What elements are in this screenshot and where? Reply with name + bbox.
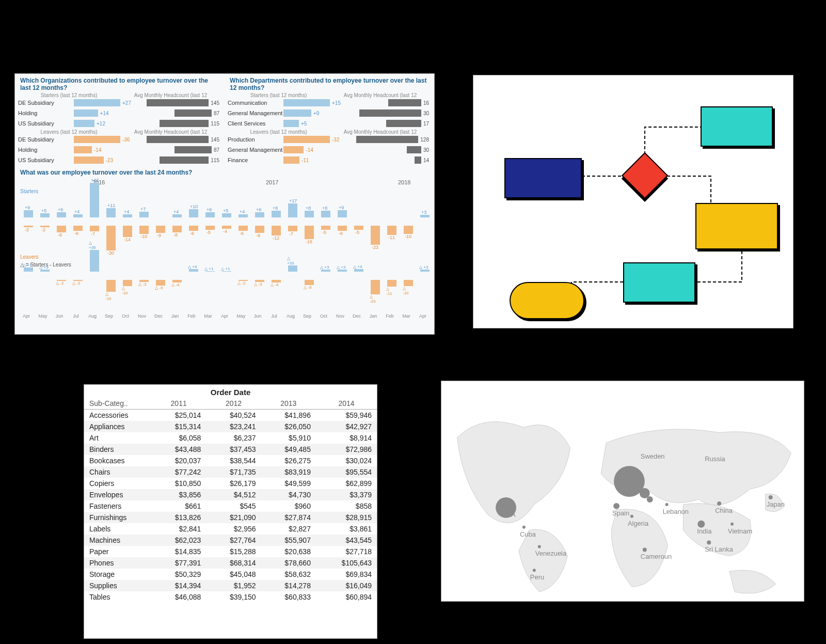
row-name: Storage	[84, 569, 151, 580]
map-dot	[665, 503, 669, 506]
value-label: -32	[332, 137, 339, 143]
map-dot	[643, 547, 647, 552]
map-label: Venezuela	[535, 549, 567, 557]
row-name: General Management	[228, 110, 283, 116]
cell: $105,643	[316, 557, 377, 569]
value-bar	[74, 99, 120, 106]
flow-yellow-right	[695, 203, 778, 249]
bar-row: DE Subsidiary-36145	[18, 135, 221, 144]
cell: $5,910	[261, 432, 316, 444]
bar-row: US Subsidiary+12115	[18, 119, 221, 128]
hr-dashboard: Which Organizations contributed to emplo…	[14, 73, 435, 335]
map-dot	[613, 503, 620, 509]
dept-starters-rows: Communication+1516General Management+930…	[228, 98, 431, 128]
turnover-chart: Starters Leavers △ = Starters - Leavers …	[18, 179, 431, 319]
table-head: Sub-Categ..2011201220132014	[84, 398, 377, 410]
cell: $71,735	[206, 466, 261, 478]
map-label: India	[697, 527, 712, 535]
row-name: DE Subsidiary	[18, 136, 74, 143]
cell: $49,599	[261, 478, 316, 489]
row-name: Appliances	[84, 421, 151, 432]
cell: $58,632	[261, 569, 316, 580]
map-label: Russia	[705, 455, 725, 463]
table-row: Tables$46,088$39,150$60,833$60,894	[84, 591, 377, 603]
col-head: 2011	[151, 398, 206, 410]
cell: $6,058	[151, 432, 206, 444]
table-row: Binders$43,488$37,453$49,485$72,986	[84, 444, 377, 455]
table-row: Fasteners$661$545$960$858	[84, 500, 377, 512]
cell: $4,730	[261, 489, 316, 500]
cell: $38,544	[206, 455, 261, 466]
cell: $40,524	[206, 410, 261, 421]
map-dot	[730, 523, 734, 526]
cell: $20,037	[151, 455, 206, 466]
bar-row: Finance-1114	[228, 155, 431, 165]
cell: $27,718	[316, 546, 377, 557]
row-name: Fasteners	[84, 500, 151, 512]
cell: $26,050	[261, 421, 316, 432]
cell: $39,150	[206, 591, 261, 603]
map-dot	[522, 526, 526, 529]
row-name: US Subsidiary	[18, 157, 74, 163]
map-label: Cameroun	[641, 553, 672, 560]
value-bar	[74, 156, 104, 164]
cell: $69,834	[316, 569, 377, 580]
cell: $45,048	[206, 569, 261, 580]
map-dot	[769, 495, 773, 499]
cell: $78,660	[261, 557, 316, 569]
row-name: Bookcases	[84, 455, 151, 466]
value-label: -14	[94, 147, 101, 153]
col-head: 2013	[261, 398, 316, 410]
map-label: China	[715, 507, 733, 514]
map-label: USA	[502, 511, 516, 519]
table-row: Furnishings$13,826$21,090$27,874$28,915	[84, 512, 377, 523]
col-head: 2012	[206, 398, 261, 410]
headcount-head2: Avg Monthly Headcount (last 12	[120, 129, 221, 135]
value-bar	[283, 120, 299, 127]
org-leavers-rows: DE Subsidiary-36145Holding-1487US Subsid…	[18, 135, 221, 165]
map-label: Sri Lanka	[705, 545, 733, 553]
map-dot	[533, 569, 536, 572]
headcount-label: 115	[211, 158, 219, 163]
table-body: Accessories$25,014$40,524$41,896$59,946A…	[84, 410, 377, 603]
cell: $960	[261, 500, 316, 512]
value-label: +5	[301, 121, 307, 127]
cell: $42,927	[316, 421, 377, 432]
cell: $2,841	[151, 523, 206, 535]
cell: $3,856	[151, 489, 206, 500]
headcount-bar	[147, 136, 209, 143]
headcount-head: Avg Monthly Headcount (last 12	[120, 92, 221, 98]
cell: $30,024	[316, 455, 377, 466]
cell: $2,827	[261, 523, 316, 535]
cell: $15,314	[151, 421, 206, 432]
row-name: Holding	[18, 110, 74, 116]
map-label: Algeria	[628, 520, 649, 527]
flow-teal-top	[701, 106, 773, 147]
flow-yellow-pill	[510, 282, 584, 319]
value-label: +15	[332, 100, 341, 106]
row-name: Communication	[228, 100, 283, 106]
row-name: Client Services	[228, 120, 283, 127]
table-title: Order Date	[84, 385, 377, 398]
bar-row: Client Services+517	[228, 119, 431, 128]
value-label: +9	[313, 111, 319, 116]
cell: $62,023	[151, 535, 206, 546]
map-dot	[717, 501, 721, 506]
value-label: +12	[97, 121, 105, 127]
orgs-title: Which Organizations contributed to emplo…	[18, 76, 221, 92]
value-label: -14	[306, 147, 313, 153]
cell: $46,088	[151, 591, 206, 603]
cell: $55,907	[261, 535, 316, 546]
cell: $77,242	[151, 466, 206, 478]
cell: $661	[151, 500, 206, 512]
row-name: General Management	[228, 147, 283, 153]
cell: $43,488	[151, 444, 206, 455]
table-row: Accessories$25,014$40,524$41,896$59,946	[84, 410, 377, 421]
data-table: Sub-Categ..2011201220132014 Accessories$…	[84, 398, 377, 603]
map-label: Vietnam	[728, 527, 752, 535]
value-label: -23	[106, 158, 113, 163]
row-name: Envelopes	[84, 489, 151, 500]
headcount-label: 115	[211, 121, 219, 127]
value-bar	[74, 136, 120, 143]
cell: $25,014	[151, 410, 206, 421]
